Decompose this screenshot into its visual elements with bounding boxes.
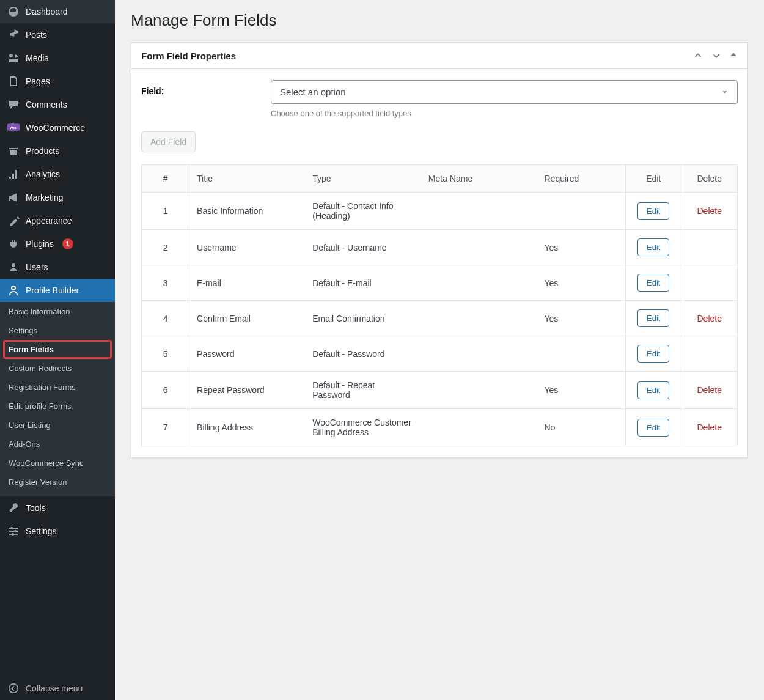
- cell-title: Password: [189, 336, 306, 372]
- field-type-select[interactable]: Select an option: [271, 80, 738, 104]
- cell-title: E-mail: [189, 265, 306, 301]
- sidebar-item-profile-builder[interactable]: Profile Builder: [0, 279, 115, 302]
- sidebar-item-posts[interactable]: Posts: [0, 23, 115, 46]
- cell-title: Billing Address: [189, 409, 306, 446]
- th-edit: Edit: [626, 165, 681, 193]
- sidebar-item-products[interactable]: Products: [0, 139, 115, 163]
- sidebar-item-marketing[interactable]: Marketing: [0, 186, 115, 209]
- cell-required: [537, 336, 626, 372]
- sidebar-item-label: Users: [26, 262, 48, 272]
- panel-title: Form Field Properties: [141, 51, 236, 61]
- field-help-text: Choose one of the supported field types: [271, 109, 738, 118]
- cell-meta: [421, 336, 537, 372]
- edit-button[interactable]: Edit: [637, 345, 669, 363]
- delete-link[interactable]: Delete: [697, 385, 722, 395]
- sidebar-item-label: Dashboard: [26, 7, 68, 17]
- sidebar-item-users[interactable]: Users: [0, 256, 115, 279]
- add-field-button[interactable]: Add Field: [141, 131, 196, 152]
- sidebar-item-label: Plugins: [26, 239, 54, 249]
- table-row: 2UsernameDefault - UsernameYesEdit: [142, 230, 738, 265]
- delete-link[interactable]: Delete: [697, 422, 722, 432]
- sidebar-item-pages[interactable]: Pages: [0, 70, 115, 93]
- panel-up-icon[interactable]: [692, 50, 703, 61]
- woo-icon: Woo: [7, 122, 20, 134]
- submenu-item-form-fields[interactable]: Form Fields: [3, 340, 112, 359]
- cell-title: Repeat Password: [189, 372, 306, 409]
- cell-meta: [421, 230, 537, 265]
- panel-toggle-icon[interactable]: [729, 50, 738, 61]
- sidebar-item-dashboard[interactable]: Dashboard: [0, 0, 115, 23]
- marketing-icon: [7, 191, 20, 204]
- dashboard-icon: [7, 6, 20, 18]
- table-row: 7Billing AddressWooCommerce Customer Bil…: [142, 409, 738, 446]
- cell-required: Yes: [537, 301, 626, 336]
- chevron-down-icon: [721, 89, 729, 96]
- cell-type: Email Confirmation: [305, 301, 421, 336]
- edit-button[interactable]: Edit: [637, 381, 669, 399]
- appearance-icon: [7, 215, 20, 227]
- edit-button[interactable]: Edit: [637, 202, 669, 220]
- cell-title: Confirm Email: [189, 301, 306, 336]
- cell-number: 2: [142, 230, 189, 265]
- submenu-item-basic-information[interactable]: Basic Information: [0, 302, 115, 321]
- submenu-item-custom-redirects[interactable]: Custom Redirects: [0, 359, 115, 378]
- sidebar-item-label: Comments: [26, 100, 67, 109]
- th-title: Title: [189, 165, 306, 193]
- cell-meta: [421, 301, 537, 336]
- submenu-item-edit-profile-forms[interactable]: Edit-profile Forms: [0, 397, 115, 416]
- sidebar-item-settings[interactable]: Settings: [0, 520, 115, 543]
- submenu-item-add-ons[interactable]: Add-Ons: [0, 435, 115, 454]
- submenu-item-register-version[interactable]: Register Version: [0, 473, 115, 492]
- profile-icon: [7, 284, 20, 297]
- table-row: 4Confirm EmailEmail ConfirmationYesEditD…: [142, 301, 738, 336]
- sidebar-item-label: Pages: [26, 76, 50, 86]
- fields-table: # Title Type Meta Name Required Edit Del…: [141, 164, 738, 446]
- edit-button[interactable]: Edit: [637, 419, 669, 437]
- sidebar-item-comments[interactable]: Comments: [0, 93, 115, 116]
- sidebar-item-appearance[interactable]: Appearance: [0, 209, 115, 232]
- sidebar-item-analytics[interactable]: Analytics: [0, 163, 115, 186]
- cell-number: 3: [142, 265, 189, 301]
- th-type: Type: [305, 165, 421, 193]
- sidebar-item-tools[interactable]: Tools: [0, 496, 115, 520]
- sidebar: DashboardPostsMediaPagesCommentsWooWooCo…: [0, 0, 115, 700]
- cell-type: WooCommerce Customer Billing Address: [305, 409, 421, 446]
- panel-down-icon[interactable]: [711, 50, 722, 61]
- sidebar-item-plugins[interactable]: Plugins1: [0, 232, 115, 256]
- edit-button[interactable]: Edit: [637, 274, 669, 292]
- settings-icon: [7, 525, 20, 537]
- field-label: Field:: [141, 80, 257, 96]
- submenu-item-user-listing[interactable]: User Listing: [0, 416, 115, 435]
- submenu-item-woocommerce-sync[interactable]: WooCommerce Sync: [0, 454, 115, 473]
- th-required: Required: [537, 165, 626, 193]
- svg-point-9: [12, 533, 14, 536]
- collapse-icon: [7, 682, 20, 694]
- panel-header: Form Field Properties: [131, 43, 747, 69]
- select-value: Select an option: [280, 87, 346, 97]
- sidebar-item-woocommerce[interactable]: WooWooCommerce: [0, 116, 115, 139]
- submenu-item-registration-forms[interactable]: Registration Forms: [0, 378, 115, 397]
- cell-number: 4: [142, 301, 189, 336]
- main-content: Manage Form Fields Form Field Properties…: [115, 0, 764, 700]
- collapse-menu[interactable]: Collapse menu: [0, 677, 115, 700]
- cell-required: No: [537, 409, 626, 446]
- sidebar-item-media[interactable]: Media: [0, 46, 115, 70]
- submenu-item-settings[interactable]: Settings: [0, 321, 115, 340]
- cell-required: Yes: [537, 372, 626, 409]
- cell-number: 5: [142, 336, 189, 372]
- svg-text:Woo: Woo: [10, 126, 18, 130]
- sidebar-item-label: Products: [26, 146, 59, 156]
- table-row: 1Basic InformationDefault - Contact Info…: [142, 193, 738, 230]
- delete-link[interactable]: Delete: [697, 314, 722, 323]
- edit-button[interactable]: Edit: [637, 309, 669, 327]
- pages-icon: [7, 75, 20, 87]
- sidebar-item-label: Appearance: [26, 216, 72, 226]
- table-row: 6Repeat PasswordDefault - Repeat Passwor…: [142, 372, 738, 409]
- edit-button[interactable]: Edit: [637, 238, 669, 256]
- sidebar-item-label: WooCommerce: [26, 123, 85, 133]
- th-number: #: [142, 165, 189, 193]
- cell-meta: [421, 409, 537, 446]
- cell-number: 7: [142, 409, 189, 446]
- sidebar-item-label: Posts: [26, 30, 47, 40]
- delete-link[interactable]: Delete: [697, 206, 722, 216]
